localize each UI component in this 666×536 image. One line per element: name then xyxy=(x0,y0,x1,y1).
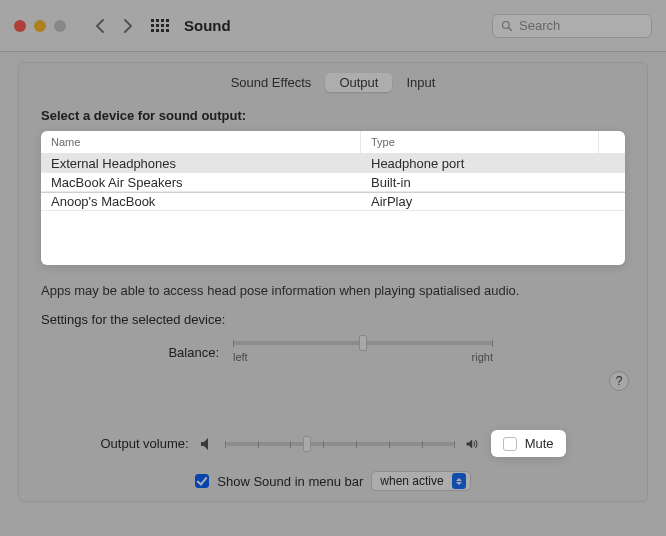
spatial-audio-hint: Apps may be able to access head pose inf… xyxy=(19,265,647,304)
device-type: Headphone port xyxy=(361,156,625,171)
column-type[interactable]: Type xyxy=(361,131,599,153)
column-spacer xyxy=(599,131,625,153)
select-value: when active xyxy=(380,474,443,488)
search-placeholder: Search xyxy=(519,18,560,33)
output-volume-label: Output volume: xyxy=(100,436,188,451)
table-header: Name Type xyxy=(41,131,625,154)
balance-knob[interactable] xyxy=(359,335,367,351)
toolbar: Sound Search xyxy=(0,0,666,52)
table-row[interactable]: External Headphones Headphone port xyxy=(41,154,625,173)
volume-knob[interactable] xyxy=(303,436,311,452)
tab-bar: Sound Effects Output Input xyxy=(19,73,647,92)
balance-control: Balance: left right xyxy=(19,341,647,363)
show-menubar-checkbox[interactable] xyxy=(195,474,209,488)
show-menubar-label: Show Sound in menu bar xyxy=(217,474,363,489)
window-controls xyxy=(14,20,66,32)
device-type: Built-in xyxy=(361,175,625,190)
volume-low-icon xyxy=(199,437,215,451)
device-name: Anoop's MacBook xyxy=(41,194,361,209)
device-name: External Headphones xyxy=(41,156,361,171)
grid-icon xyxy=(151,19,169,32)
minimize-button[interactable] xyxy=(34,20,46,32)
tab-output[interactable]: Output xyxy=(325,73,392,92)
tab-input[interactable]: Input xyxy=(392,73,449,92)
table-row[interactable]: Anoop's MacBook AirPlay xyxy=(41,192,625,211)
back-button[interactable] xyxy=(86,12,114,40)
output-device-table: Name Type External Headphones Headphone … xyxy=(41,131,625,265)
output-volume-slider[interactable] xyxy=(225,442,455,446)
balance-label: Balance: xyxy=(59,345,219,360)
menubar-row: Show Sound in menu bar when active xyxy=(49,471,617,491)
search-icon xyxy=(501,20,513,32)
mute-control[interactable]: Mute xyxy=(491,430,566,457)
help-button[interactable]: ? xyxy=(609,371,629,391)
balance-slider[interactable] xyxy=(233,341,493,345)
svg-line-1 xyxy=(509,27,512,30)
mute-checkbox[interactable] xyxy=(503,437,517,451)
window-title: Sound xyxy=(184,17,231,34)
table-row[interactable]: MacBook Air Speakers Built-in xyxy=(41,173,625,192)
output-heading: Select a device for sound output: xyxy=(19,108,647,131)
show-all-prefs-button[interactable] xyxy=(146,12,174,40)
forward-button[interactable] xyxy=(114,12,142,40)
pref-pane: Sound Effects Output Input Select a devi… xyxy=(18,62,648,502)
balance-left-label: left xyxy=(233,351,248,363)
close-button[interactable] xyxy=(14,20,26,32)
device-name: MacBook Air Speakers xyxy=(41,175,361,190)
mute-label: Mute xyxy=(525,436,554,451)
tab-sound-effects[interactable]: Sound Effects xyxy=(217,73,326,92)
footer-controls: Output volume: Mute xyxy=(19,430,647,491)
settings-subheading: Settings for the selected device: xyxy=(19,304,647,341)
maximize-button[interactable] xyxy=(54,20,66,32)
menubar-when-select[interactable]: when active xyxy=(371,471,470,491)
volume-high-icon xyxy=(465,437,481,451)
output-volume-row: Output volume: Mute xyxy=(49,430,617,457)
device-type: AirPlay xyxy=(361,194,625,209)
balance-right-label: right xyxy=(472,351,493,363)
column-name[interactable]: Name xyxy=(41,131,361,153)
select-stepper-icon xyxy=(452,473,466,489)
search-input[interactable]: Search xyxy=(492,14,652,38)
